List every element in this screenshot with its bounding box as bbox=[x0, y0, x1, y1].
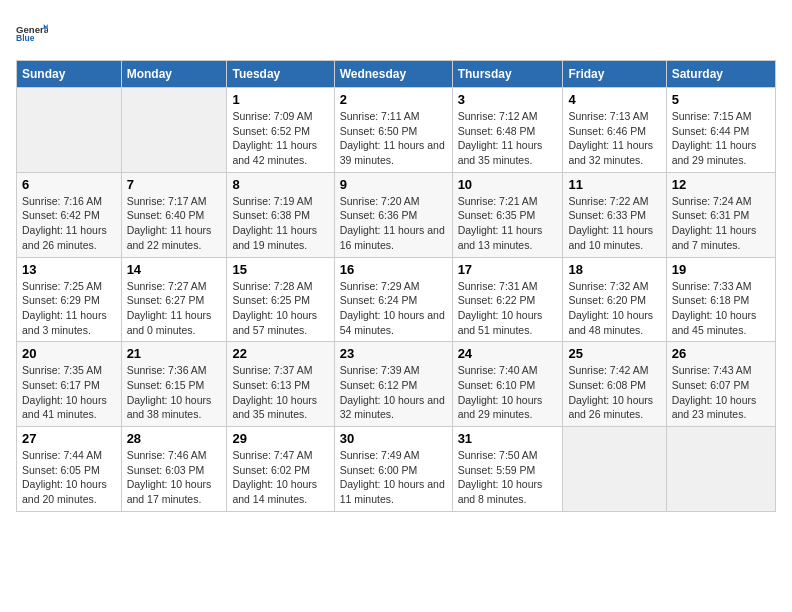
calendar-cell: 23Sunrise: 7:39 AM Sunset: 6:12 PM Dayli… bbox=[334, 342, 452, 427]
calendar-cell: 28Sunrise: 7:46 AM Sunset: 6:03 PM Dayli… bbox=[121, 427, 227, 512]
day-info: Sunrise: 7:27 AM Sunset: 6:27 PM Dayligh… bbox=[127, 279, 222, 338]
calendar-cell: 30Sunrise: 7:49 AM Sunset: 6:00 PM Dayli… bbox=[334, 427, 452, 512]
day-number: 5 bbox=[672, 92, 770, 107]
calendar-cell: 29Sunrise: 7:47 AM Sunset: 6:02 PM Dayli… bbox=[227, 427, 334, 512]
day-number: 31 bbox=[458, 431, 558, 446]
calendar-header-row: SundayMondayTuesdayWednesdayThursdayFrid… bbox=[17, 61, 776, 88]
header-tuesday: Tuesday bbox=[227, 61, 334, 88]
calendar-week-5: 27Sunrise: 7:44 AM Sunset: 6:05 PM Dayli… bbox=[17, 427, 776, 512]
day-info: Sunrise: 7:32 AM Sunset: 6:20 PM Dayligh… bbox=[568, 279, 660, 338]
calendar-cell: 6Sunrise: 7:16 AM Sunset: 6:42 PM Daylig… bbox=[17, 172, 122, 257]
day-info: Sunrise: 7:44 AM Sunset: 6:05 PM Dayligh… bbox=[22, 448, 116, 507]
calendar-cell: 2Sunrise: 7:11 AM Sunset: 6:50 PM Daylig… bbox=[334, 88, 452, 173]
calendar-cell bbox=[121, 88, 227, 173]
day-info: Sunrise: 7:13 AM Sunset: 6:46 PM Dayligh… bbox=[568, 109, 660, 168]
day-number: 20 bbox=[22, 346, 116, 361]
day-info: Sunrise: 7:21 AM Sunset: 6:35 PM Dayligh… bbox=[458, 194, 558, 253]
day-number: 23 bbox=[340, 346, 447, 361]
calendar-cell: 22Sunrise: 7:37 AM Sunset: 6:13 PM Dayli… bbox=[227, 342, 334, 427]
calendar-cell: 10Sunrise: 7:21 AM Sunset: 6:35 PM Dayli… bbox=[452, 172, 563, 257]
svg-text:Blue: Blue bbox=[16, 33, 35, 43]
calendar-cell: 18Sunrise: 7:32 AM Sunset: 6:20 PM Dayli… bbox=[563, 257, 666, 342]
day-info: Sunrise: 7:24 AM Sunset: 6:31 PM Dayligh… bbox=[672, 194, 770, 253]
calendar-cell: 11Sunrise: 7:22 AM Sunset: 6:33 PM Dayli… bbox=[563, 172, 666, 257]
day-info: Sunrise: 7:29 AM Sunset: 6:24 PM Dayligh… bbox=[340, 279, 447, 338]
calendar-cell: 8Sunrise: 7:19 AM Sunset: 6:38 PM Daylig… bbox=[227, 172, 334, 257]
day-info: Sunrise: 7:50 AM Sunset: 5:59 PM Dayligh… bbox=[458, 448, 558, 507]
day-number: 3 bbox=[458, 92, 558, 107]
day-number: 12 bbox=[672, 177, 770, 192]
day-info: Sunrise: 7:16 AM Sunset: 6:42 PM Dayligh… bbox=[22, 194, 116, 253]
calendar-week-3: 13Sunrise: 7:25 AM Sunset: 6:29 PM Dayli… bbox=[17, 257, 776, 342]
calendar-cell: 19Sunrise: 7:33 AM Sunset: 6:18 PM Dayli… bbox=[666, 257, 775, 342]
day-info: Sunrise: 7:36 AM Sunset: 6:15 PM Dayligh… bbox=[127, 363, 222, 422]
calendar-cell: 14Sunrise: 7:27 AM Sunset: 6:27 PM Dayli… bbox=[121, 257, 227, 342]
day-number: 18 bbox=[568, 262, 660, 277]
day-info: Sunrise: 7:11 AM Sunset: 6:50 PM Dayligh… bbox=[340, 109, 447, 168]
day-number: 17 bbox=[458, 262, 558, 277]
calendar-cell: 21Sunrise: 7:36 AM Sunset: 6:15 PM Dayli… bbox=[121, 342, 227, 427]
calendar-cell: 25Sunrise: 7:42 AM Sunset: 6:08 PM Dayli… bbox=[563, 342, 666, 427]
day-number: 4 bbox=[568, 92, 660, 107]
calendar-week-1: 1Sunrise: 7:09 AM Sunset: 6:52 PM Daylig… bbox=[17, 88, 776, 173]
calendar-cell: 3Sunrise: 7:12 AM Sunset: 6:48 PM Daylig… bbox=[452, 88, 563, 173]
day-number: 28 bbox=[127, 431, 222, 446]
day-info: Sunrise: 7:40 AM Sunset: 6:10 PM Dayligh… bbox=[458, 363, 558, 422]
page-header: General Blue bbox=[16, 16, 776, 48]
day-number: 6 bbox=[22, 177, 116, 192]
calendar-cell bbox=[17, 88, 122, 173]
day-info: Sunrise: 7:31 AM Sunset: 6:22 PM Dayligh… bbox=[458, 279, 558, 338]
day-info: Sunrise: 7:15 AM Sunset: 6:44 PM Dayligh… bbox=[672, 109, 770, 168]
header-friday: Friday bbox=[563, 61, 666, 88]
day-number: 14 bbox=[127, 262, 222, 277]
day-number: 27 bbox=[22, 431, 116, 446]
calendar-table: SundayMondayTuesdayWednesdayThursdayFrid… bbox=[16, 60, 776, 512]
calendar-cell: 26Sunrise: 7:43 AM Sunset: 6:07 PM Dayli… bbox=[666, 342, 775, 427]
day-info: Sunrise: 7:28 AM Sunset: 6:25 PM Dayligh… bbox=[232, 279, 328, 338]
day-info: Sunrise: 7:43 AM Sunset: 6:07 PM Dayligh… bbox=[672, 363, 770, 422]
calendar-week-4: 20Sunrise: 7:35 AM Sunset: 6:17 PM Dayli… bbox=[17, 342, 776, 427]
day-info: Sunrise: 7:19 AM Sunset: 6:38 PM Dayligh… bbox=[232, 194, 328, 253]
day-number: 13 bbox=[22, 262, 116, 277]
calendar-cell: 13Sunrise: 7:25 AM Sunset: 6:29 PM Dayli… bbox=[17, 257, 122, 342]
day-number: 29 bbox=[232, 431, 328, 446]
day-info: Sunrise: 7:42 AM Sunset: 6:08 PM Dayligh… bbox=[568, 363, 660, 422]
header-sunday: Sunday bbox=[17, 61, 122, 88]
day-info: Sunrise: 7:49 AM Sunset: 6:00 PM Dayligh… bbox=[340, 448, 447, 507]
header-thursday: Thursday bbox=[452, 61, 563, 88]
day-number: 1 bbox=[232, 92, 328, 107]
day-number: 16 bbox=[340, 262, 447, 277]
calendar-cell bbox=[666, 427, 775, 512]
day-number: 7 bbox=[127, 177, 222, 192]
calendar-week-2: 6Sunrise: 7:16 AM Sunset: 6:42 PM Daylig… bbox=[17, 172, 776, 257]
day-info: Sunrise: 7:12 AM Sunset: 6:48 PM Dayligh… bbox=[458, 109, 558, 168]
day-info: Sunrise: 7:22 AM Sunset: 6:33 PM Dayligh… bbox=[568, 194, 660, 253]
calendar-cell: 17Sunrise: 7:31 AM Sunset: 6:22 PM Dayli… bbox=[452, 257, 563, 342]
day-number: 26 bbox=[672, 346, 770, 361]
calendar-cell: 9Sunrise: 7:20 AM Sunset: 6:36 PM Daylig… bbox=[334, 172, 452, 257]
header-saturday: Saturday bbox=[666, 61, 775, 88]
calendar-cell: 27Sunrise: 7:44 AM Sunset: 6:05 PM Dayli… bbox=[17, 427, 122, 512]
day-info: Sunrise: 7:37 AM Sunset: 6:13 PM Dayligh… bbox=[232, 363, 328, 422]
header-monday: Monday bbox=[121, 61, 227, 88]
logo-icon: General Blue bbox=[16, 16, 48, 48]
day-info: Sunrise: 7:17 AM Sunset: 6:40 PM Dayligh… bbox=[127, 194, 222, 253]
day-info: Sunrise: 7:39 AM Sunset: 6:12 PM Dayligh… bbox=[340, 363, 447, 422]
day-number: 10 bbox=[458, 177, 558, 192]
day-number: 24 bbox=[458, 346, 558, 361]
calendar-cell: 20Sunrise: 7:35 AM Sunset: 6:17 PM Dayli… bbox=[17, 342, 122, 427]
calendar-cell: 15Sunrise: 7:28 AM Sunset: 6:25 PM Dayli… bbox=[227, 257, 334, 342]
calendar-cell: 7Sunrise: 7:17 AM Sunset: 6:40 PM Daylig… bbox=[121, 172, 227, 257]
day-number: 2 bbox=[340, 92, 447, 107]
day-number: 21 bbox=[127, 346, 222, 361]
day-info: Sunrise: 7:20 AM Sunset: 6:36 PM Dayligh… bbox=[340, 194, 447, 253]
day-number: 9 bbox=[340, 177, 447, 192]
day-info: Sunrise: 7:47 AM Sunset: 6:02 PM Dayligh… bbox=[232, 448, 328, 507]
calendar-cell: 12Sunrise: 7:24 AM Sunset: 6:31 PM Dayli… bbox=[666, 172, 775, 257]
calendar-cell: 31Sunrise: 7:50 AM Sunset: 5:59 PM Dayli… bbox=[452, 427, 563, 512]
calendar-cell: 16Sunrise: 7:29 AM Sunset: 6:24 PM Dayli… bbox=[334, 257, 452, 342]
calendar-cell: 24Sunrise: 7:40 AM Sunset: 6:10 PM Dayli… bbox=[452, 342, 563, 427]
header-wednesday: Wednesday bbox=[334, 61, 452, 88]
calendar-cell: 4Sunrise: 7:13 AM Sunset: 6:46 PM Daylig… bbox=[563, 88, 666, 173]
day-number: 25 bbox=[568, 346, 660, 361]
